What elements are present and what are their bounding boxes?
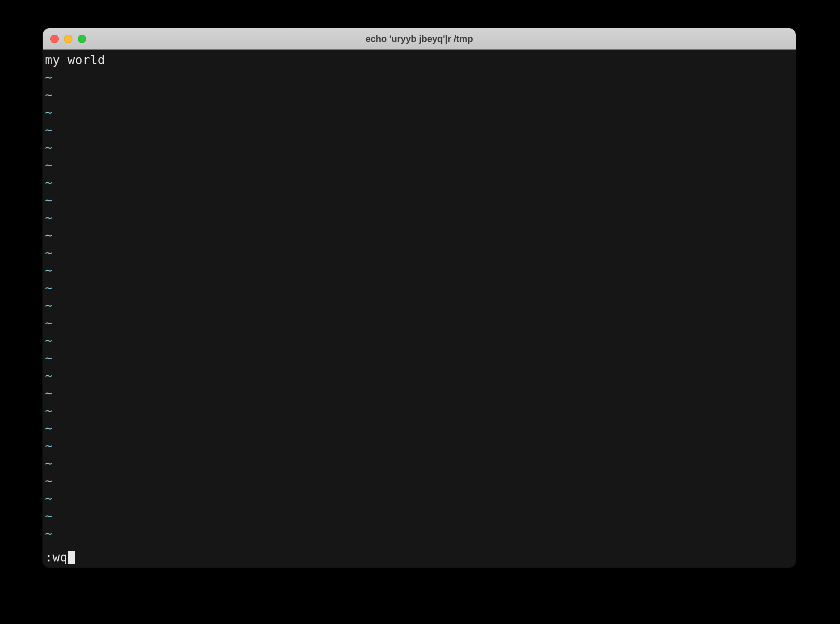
empty-line-tilde: ~ [45, 455, 794, 472]
empty-line-tilde: ~ [45, 472, 794, 490]
zoom-icon[interactable] [78, 35, 86, 43]
close-icon[interactable] [50, 35, 59, 43]
editor-buffer[interactable]: my world ~~~~~~~~~~~~~~~~~~~~~~~~~~~ [45, 51, 794, 548]
cursor [68, 551, 75, 564]
minimize-icon[interactable] [64, 35, 72, 43]
empty-line-tilde: ~ [45, 104, 794, 121]
empty-line-tilde: ~ [45, 367, 794, 384]
empty-line-tilde: ~ [45, 156, 794, 174]
empty-line-tilde: ~ [45, 209, 794, 227]
empty-line-tilde: ~ [45, 174, 794, 191]
empty-line-tilde: ~ [45, 402, 794, 420]
empty-line-tilde: ~ [45, 86, 794, 104]
traffic-lights [50, 35, 86, 43]
empty-line-tilde: ~ [45, 262, 794, 279]
empty-line-tilde: ~ [45, 227, 794, 244]
empty-line-tilde: ~ [45, 490, 794, 507]
empty-line-tilde: ~ [45, 314, 794, 332]
empty-line-tilde: ~ [45, 525, 794, 542]
empty-line-tilde: ~ [45, 384, 794, 402]
empty-line-tilde: ~ [45, 297, 794, 314]
terminal-window: echo 'uryyb jbeyq'|r /tmp my world ~~~~~… [43, 28, 796, 568]
empty-line-tilde: ~ [45, 507, 794, 525]
empty-line-tilde: ~ [45, 349, 794, 367]
empty-line-tilde: ~ [45, 244, 794, 262]
titlebar[interactable]: echo 'uryyb jbeyq'|r /tmp [43, 28, 796, 50]
buffer-line[interactable]: my world [45, 51, 794, 69]
empty-line-tilde: ~ [45, 437, 794, 455]
empty-line-tilde: ~ [45, 279, 794, 297]
window-title: echo 'uryyb jbeyq'|r /tmp [43, 34, 796, 44]
terminal-body[interactable]: my world ~~~~~~~~~~~~~~~~~~~~~~~~~~~ :wq [43, 50, 796, 568]
empty-line-tilde: ~ [45, 332, 794, 349]
empty-line-tilde: ~ [45, 191, 794, 209]
empty-line-tilde: ~ [45, 420, 794, 437]
empty-line-tilde: ~ [45, 139, 794, 156]
command-text[interactable]: :wq [45, 548, 67, 566]
empty-line-tilde: ~ [45, 121, 794, 139]
command-line[interactable]: :wq [45, 548, 794, 566]
empty-line-tilde: ~ [45, 69, 794, 86]
